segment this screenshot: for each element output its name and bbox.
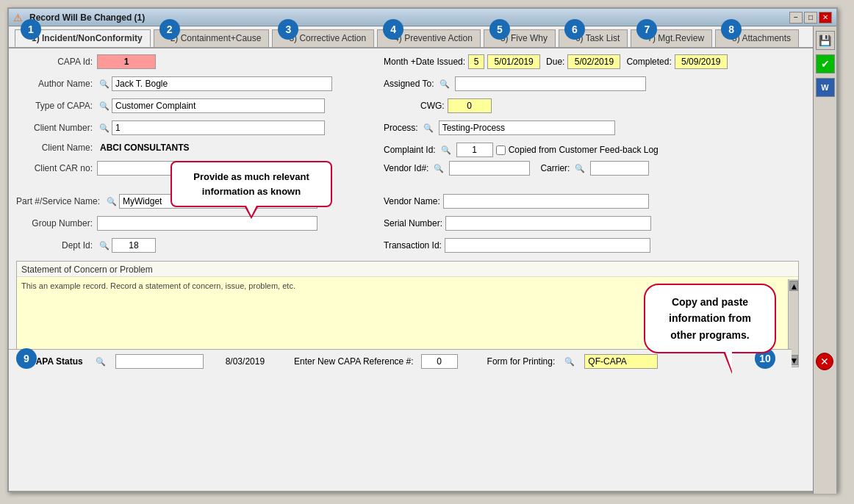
badge-1: 1 — [21, 19, 41, 40]
author-input[interactable] — [112, 76, 332, 91]
close-record-button[interactable]: ✕ — [816, 353, 833, 370]
type-input[interactable] — [112, 98, 325, 113]
callout-provide-info: Provide as much relevantinformation as k… — [171, 161, 332, 207]
save-button[interactable]: 💾 — [816, 31, 835, 50]
author-label: Author Name: — [16, 79, 97, 89]
copied-from-checkbox[interactable] — [496, 145, 506, 155]
vendor-name-label: Vendor Name: — [384, 196, 440, 206]
part-service-label: Part #/Service Name: — [16, 196, 104, 206]
client-num-search-icon[interactable]: 🔍 — [98, 122, 110, 134]
right-toolbar: 💾 ✔ W — [813, 26, 836, 494]
client-car-label: Client CAR no: — [16, 163, 97, 173]
assigned-to-label: Assigned To: — [384, 79, 434, 89]
month-date-label: Month +Date Issued: — [384, 57, 465, 67]
form-printing-label: Form for Printing: — [487, 356, 556, 367]
transaction-id-label: Transaction Id: — [384, 240, 442, 251]
badge-6: 6 — [564, 19, 585, 40]
capa-id-input[interactable] — [97, 54, 156, 69]
type-label: Type of CAPA: — [16, 101, 97, 111]
vendor-name-input[interactable] — [443, 194, 649, 209]
statement-label: Statement of Concern or Problem — [17, 262, 798, 276]
capa-status-label: CAPA Status — [29, 356, 83, 367]
complaint-search-icon[interactable]: 🔍 — [440, 144, 452, 156]
complaint-id-input[interactable] — [456, 143, 493, 157]
month-input[interactable] — [468, 54, 484, 69]
status-date-value: 8/03/2019 — [226, 356, 265, 367]
badge-4: 4 — [383, 19, 403, 40]
new-ref-input[interactable] — [421, 354, 458, 369]
main-window: ⚠ Record Will Be Changed (1) − □ ✕ 1 1) … — [7, 7, 838, 492]
type-search-icon[interactable]: 🔍 — [98, 100, 110, 112]
badge-2: 2 — [159, 19, 180, 40]
carrier-label: Carrier: — [540, 163, 570, 173]
cwg-input[interactable] — [448, 98, 492, 113]
transaction-id-input[interactable] — [445, 238, 650, 253]
window-title: Record Will Be Changed (1) — [29, 12, 789, 23]
process-label: Process: — [384, 123, 418, 133]
date-issued-input[interactable] — [487, 54, 540, 69]
client-number-label: Client Number: — [16, 123, 97, 133]
group-number-label: Group Number: — [16, 218, 97, 228]
serial-number-input[interactable] — [445, 216, 651, 231]
scrollbar-up[interactable]: ▲ — [789, 281, 798, 291]
carrier-input[interactable] — [590, 161, 649, 176]
capa-status-search-icon[interactable]: 🔍 — [95, 356, 107, 367]
window-close-button[interactable]: ✕ — [819, 12, 832, 24]
dept-search-icon[interactable]: 🔍 — [98, 240, 110, 251]
due-input[interactable] — [567, 54, 620, 69]
badge-5: 5 — [489, 19, 510, 40]
assigned-to-input[interactable] — [455, 76, 646, 91]
group-number-input[interactable] — [97, 216, 317, 231]
callout-copy-paste: Copy and pasteinformation fromother prog… — [644, 284, 776, 353]
client-number-input[interactable] — [112, 120, 325, 135]
completed-input[interactable] — [675, 54, 728, 69]
author-search-icon[interactable]: 🔍 — [98, 78, 110, 90]
process-input[interactable] — [439, 120, 615, 135]
title-bar: ⚠ Record Will Be Changed (1) − □ ✕ — [9, 9, 836, 26]
part-search-icon[interactable]: 🔍 — [106, 195, 118, 207]
capa-status-input[interactable] — [115, 354, 204, 369]
client-name-value: ABCI CONSULTANTS — [97, 143, 190, 153]
form-printing-input[interactable] — [584, 354, 658, 369]
badge-8: 8 — [721, 19, 742, 40]
dept-id-input[interactable] — [112, 238, 156, 253]
serial-number-label: Serial Number: — [384, 218, 442, 228]
cwg-label: CWG: — [420, 101, 445, 111]
completed-label: Completed: — [626, 57, 671, 67]
capa-id-label: CAPA Id: — [16, 57, 97, 67]
dept-id-label: Dept Id: — [16, 240, 97, 251]
new-ref-label: Enter New CAPA Reference #: — [294, 356, 414, 367]
vendor-id-label: Vendor Id#: — [384, 163, 428, 173]
form-content: CAPA Id: Month +Date Issued: Due: Comple… — [9, 48, 836, 373]
form-printing-search-icon[interactable]: 🔍 — [564, 356, 575, 367]
due-label: Due: — [546, 57, 564, 67]
vendor-search-icon[interactable]: 🔍 — [433, 162, 445, 174]
approve-button[interactable]: ✔ — [816, 54, 835, 73]
maximize-button[interactable]: □ — [804, 12, 817, 24]
badge-9: 9 — [16, 348, 37, 369]
tabs-container: 1 1) Incident/NonConformity 2 2) Contain… — [9, 26, 836, 48]
vendor-id-input[interactable] — [449, 161, 530, 176]
process-search-icon[interactable]: 🔍 — [423, 122, 434, 134]
client-name-label: Client Name: — [16, 143, 97, 153]
assigned-search-icon[interactable]: 🔍 — [439, 78, 451, 90]
copied-from-label: Copied from Customer Feed-back Log — [496, 145, 659, 155]
carrier-search-icon[interactable]: 🔍 — [574, 162, 586, 174]
complaint-id-label: Complaint Id: — [384, 145, 436, 155]
word-button[interactable]: W — [816, 78, 835, 97]
minimize-button[interactable]: − — [789, 12, 803, 24]
window-controls: − □ ✕ — [789, 12, 832, 24]
